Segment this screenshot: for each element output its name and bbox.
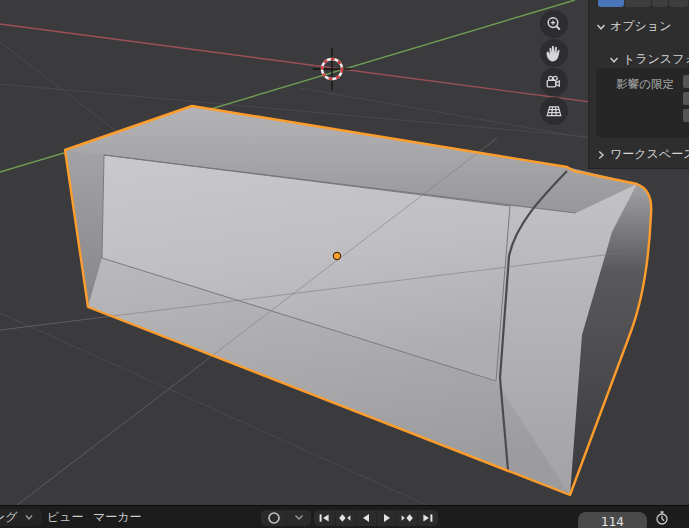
grid-toggle-button[interactable] [540, 97, 568, 125]
menu-marker[interactable]: マーカー [93, 506, 142, 528]
jump-to-end-button[interactable] [417, 510, 438, 526]
timeline-header: ング ビュー マーカー [0, 505, 689, 528]
limit-checkbox[interactable] [683, 92, 689, 105]
menu-marker-label: マーカー [93, 509, 142, 526]
section-options-label: オプション [610, 18, 671, 35]
blender-window: オプション トランスフォー 影響の限定 ワークスペース ング ビ [0, 0, 689, 528]
prev-keyframe-button[interactable] [335, 510, 356, 526]
limit-checkbox[interactable] [683, 109, 689, 122]
menu-keying-label: ング [0, 509, 18, 526]
viewport-3d[interactable] [0, 0, 689, 505]
use-preview-range-button[interactable] [650, 510, 674, 526]
autokey-record-button[interactable] [261, 510, 286, 526]
chevron-down-icon [293, 514, 305, 522]
transform-subpanel: 影響の限定 [596, 68, 689, 138]
panel-tab-active[interactable] [598, 0, 623, 7]
jump-start-icon [317, 511, 331, 525]
section-workspace[interactable]: ワークスペース [596, 146, 689, 163]
stopwatch-icon [654, 510, 670, 526]
menu-view[interactable]: ビュー [47, 506, 84, 528]
section-transform-label: トランスフォー [623, 51, 689, 68]
sidebar-panel: オプション トランスフォー 影響の限定 ワークスペース [588, 0, 689, 169]
section-workspace-label: ワークスペース [610, 146, 689, 163]
camera-view-button[interactable] [540, 68, 568, 96]
section-options[interactable]: オプション [596, 18, 671, 35]
next-keyframe-button[interactable] [396, 510, 417, 526]
panel-tab[interactable] [669, 0, 688, 7]
play-reverse-icon [359, 511, 373, 525]
autokey-group [261, 510, 311, 526]
chevron-down-icon [22, 514, 36, 522]
play-icon [380, 511, 394, 525]
current-frame-value: 114 [601, 515, 624, 528]
chevron-down-icon [596, 22, 606, 32]
jump-end-icon [421, 511, 435, 525]
pan-button[interactable] [540, 39, 568, 67]
zoom-button[interactable] [540, 10, 568, 38]
panel-tab[interactable] [625, 0, 651, 7]
chevron-right-icon [596, 150, 606, 160]
next-keyframe-icon [400, 511, 414, 525]
play-button[interactable] [376, 510, 397, 526]
menu-keying[interactable]: ング [0, 506, 36, 528]
section-transform[interactable]: トランスフォー [609, 51, 689, 68]
menu-view-label: ビュー [47, 509, 84, 526]
panel-tab[interactable] [652, 0, 669, 7]
current-frame-field[interactable]: 114 [578, 512, 647, 528]
autokey-dropdown-button[interactable] [286, 510, 311, 526]
object-origin-icon[interactable] [333, 252, 340, 259]
limit-checkbox[interactable] [683, 75, 689, 88]
panel-tab-strip [589, 0, 689, 7]
transport-controls [314, 510, 438, 526]
play-reverse-button[interactable] [355, 510, 376, 526]
prev-keyframe-icon [338, 511, 352, 525]
chevron-down-icon [609, 55, 619, 65]
limit-influence-label: 影響の限定 [616, 77, 674, 92]
jump-to-start-button[interactable] [314, 510, 335, 526]
record-circle-icon [267, 511, 281, 525]
